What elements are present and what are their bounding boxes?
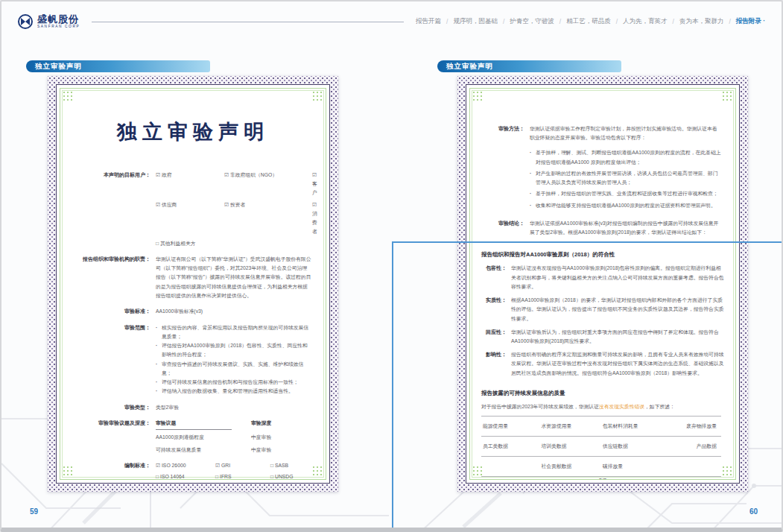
principle-responsiveness: 回应性： 华测认证审验后认为，报告组织对重大事项方面的回应在报告中得到了界定和体… [481, 328, 724, 346]
checkbox-item: ☑ 客户 [312, 171, 317, 198]
sail-logo-icon [18, 14, 33, 29]
section-banner-left: 独立审验声明 [26, 60, 210, 72]
corner-ornament [472, 466, 484, 477]
field-target-users: 本声明的目标用户： ☑ 政府 ☑ 非政府组织（NGO） ☑ 客户 ☑ 供应商 ☑… [72, 171, 314, 248]
corner-ornament [312, 91, 323, 102]
header-divider-line [92, 22, 404, 22]
nav-item-active: 报告附录 · [736, 17, 765, 26]
accent-line-horizontal [392, 241, 782, 243]
section-banner-right: 独立审验声明 [437, 60, 621, 72]
chapter-nav: 报告开篇 / 规序明，固基础 / 护青空，守碧波 / 精工艺，研品质 / 人为先… [416, 17, 765, 26]
field-assurance-conclusion: 审验结论： 华测认证依据AA1000审验标准(v3)对报告组织编制的报告中披露的… [481, 219, 724, 237]
checkbox-item: ☑ 非政府组织（NGO） [224, 171, 312, 198]
method-bullet: 基于抽样，理解、测试、判断报告组织遵循AA1000原则的程度的流程，在此基础上对… [530, 148, 721, 166]
principle-inclusivity: 包容性： 华测认证没有发现报告与AA1000审验原则(2018)包容性原则的偏离… [481, 264, 724, 291]
quality-section-header: 报告披露的可持续发展信息的质量 [481, 390, 724, 397]
checkbox-item: ☑ 供应商 [156, 200, 224, 237]
logo-name-cn: 盛帆股份 [37, 14, 80, 24]
checkbox-item: ☑ 政府 [156, 171, 224, 198]
topics-cell: 可持续发展信息质量 [156, 446, 251, 455]
scope-bullet: 评估纳入报告的数据收集、量化和管理的适用性和适当性。 [156, 387, 311, 396]
checkbox-item: ☑ 消费者 [312, 200, 317, 237]
nav-separator: / [673, 18, 674, 25]
checkbox-item: □ 其他利益相关方 [156, 239, 224, 248]
field-assurance-type: 审验类型： 类型2审验 [72, 403, 314, 413]
field-responsibilities: 报告组织和审验机构的职责： 华测认证有限公司（以下简称“华测认证”）受武汉盛帆电… [72, 255, 314, 300]
assurance-statement-page-1: 独立审验声明 本声明的目标用户： ☑ 政府 ☑ 非政府组织（NGO） ☑ 客户 … [48, 76, 338, 492]
topics-col-header: 审验议题 [156, 419, 232, 430]
table-row: 社会贡献数据 碳排放量 [481, 456, 721, 476]
accent-line-vertical [392, 241, 393, 528]
table-row: 能源使用量 水资源使用量 包装材料消耗量 废弃物排放量 [481, 416, 721, 436]
scope-bullet: 评估报告对AA1000审验原则（2018）包容性、实质性、回应性和影响性的符合程… [156, 341, 311, 359]
method-bullet: 对产生影响的过程的有效性开展管理层访谈，访谈人员包括公司最高管理层、部门管理人员… [530, 169, 721, 187]
scope-bullet: 审查报告中描述的可持续发展倡议、实践、实施、维护和绩效信息； [156, 360, 311, 378]
nav-item: 责为本，聚群力 [679, 17, 724, 26]
topics-cell: 中度审验 [251, 446, 311, 455]
compliance-section-header: 报告组织和报告对AA1000审验原则（2018）的符合性 [481, 251, 724, 259]
field-assurance-standard: 审验标准： AA1000审验标准(v3) [72, 307, 314, 317]
report-spread: 盛帆股份 SANFRAN CORP 报告开篇 / 规序明，固基础 / 护青空，守… [0, 0, 783, 532]
nav-item: 护青空，守碧波 [510, 17, 554, 26]
checkbox-item: ☑ ISO 26000 [156, 461, 215, 470]
company-logo: 盛帆股份 SANFRAN CORP [18, 14, 80, 29]
nav-item: 人为先，育英才 [623, 17, 668, 26]
checkbox-item: ☑ 投资者 [224, 200, 312, 237]
topics-cell: AA1000原则遵循程度 [156, 433, 251, 442]
logo-name-en: SANFRAN CORP [37, 25, 80, 29]
nav-separator: / [729, 18, 730, 25]
corner-ornament [63, 91, 74, 102]
checkbox-item: □ ISO 14064 [156, 472, 215, 480]
scope-bullet: 评估可持续发展信息的报告机制和与报告应用标准的一致性； [156, 378, 311, 387]
assurance-statement-page-2: 审验方法： 华测认证依据审验工作程序制定审验计划，并按照计划实施审验活动。华测认… [457, 76, 748, 492]
topics-col-header: 审验深度 [251, 419, 311, 430]
field-reporting-standards: 编制标准： ☑ ISO 26000 ☑ GRI □ SASB □ ISO 140… [72, 461, 314, 480]
checkbox-item: □ IFRS [215, 472, 270, 480]
corner-ornament [63, 466, 74, 477]
principle-materiality: 实质性： 根据AA1000审验原则（2018）的要求，华测认证对报告组织内部和外… [481, 296, 724, 323]
topics-cell: 中度审验 [251, 433, 311, 442]
page-number-right: 60 [749, 507, 758, 516]
highlight-no-material-error: 没有发现实质性错误 [599, 404, 644, 409]
method-bullet: 基于抽样，对报告组织的管理实践、业务流程和证据收集等过程进行审视和检查； [530, 189, 721, 198]
scope-bullet: 核实报告的内容、背景和应用以及报告期内所呈现的可持续发展信息质量； [156, 323, 311, 341]
corner-ornament [472, 91, 484, 102]
quality-indicators-table: 能源使用量 水资源使用量 包装材料消耗量 废弃物排放量 员工类数据 培训类数据 … [481, 416, 721, 477]
method-intro: 华测认证依据审验工作程序制定审验计划，并按照计划实施审验活动。华测认证本着职业怀… [530, 124, 721, 142]
certificate-title: 独立审验声明 [72, 118, 314, 145]
nav-separator: / [559, 18, 561, 25]
table-row: 员工类数据 培训类数据 供应链数据 产品数据 [481, 436, 721, 456]
corner-ornament [312, 466, 323, 477]
checkbox-item: □ SASB [270, 461, 311, 470]
quality-intro: 对于报告中披露的2023年可持续发展绩效，华测认证没有发现实质性错误，如下所述： [481, 402, 724, 411]
page-number-left: 59 [30, 507, 38, 516]
nav-separator: / [446, 18, 448, 25]
method-bullet: 收集和评估能够支持报告组织遵循AA1000原则的程度的证据资料和管理层声明。 [530, 201, 721, 210]
principle-impact: 影响性： 报告组织有明确的程序来定期监测和衡量可持续发展的影响，且拥有专业人员来… [481, 350, 724, 378]
nav-item: 规序明，固基础 [453, 17, 498, 26]
nav-separator: / [503, 18, 504, 25]
field-assurance-method: 审验方法： 华测认证依据审验工作程序制定审验计划，并按照计划实施审验活动。华测认… [481, 124, 724, 212]
top-header: 盛帆股份 SANFRAN CORP 报告开篇 / 规序明，固基础 / 护青空，守… [1, 1, 782, 42]
checkbox-item: ☑ GRI [215, 461, 270, 470]
sheet-page-count: 2/3 [481, 477, 724, 480]
field-topics-depth: 审验审验议题及深度： 审验议题 审验深度 AA1000原则遵循程度 中度审验 可… [72, 419, 314, 455]
nav-item: 报告开篇 [416, 17, 441, 26]
field-assurance-scope: 审验范围： 核实报告的内容、背景和应用以及报告期内所呈现的可持续发展信息质量； … [72, 323, 314, 396]
corner-ornament [722, 466, 733, 477]
nav-item: 精工艺，研品质 [566, 17, 611, 26]
checkbox-item: □ UNSDG [270, 472, 311, 480]
nav-separator: / [616, 18, 618, 25]
corner-ornament [722, 91, 733, 102]
